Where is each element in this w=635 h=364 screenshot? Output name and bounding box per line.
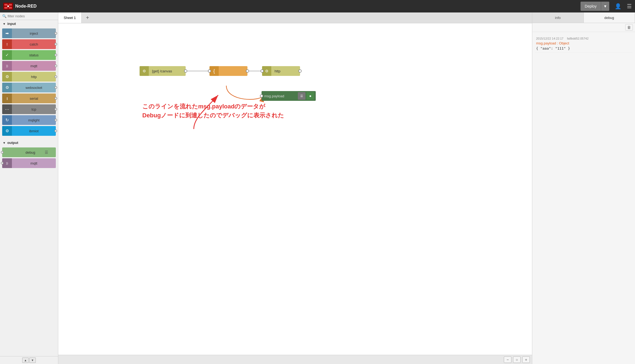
zoom-in-button[interactable]: + [522,356,530,363]
flow-node-http-out[interactable]: ⚙ http [262,66,300,76]
tcp-port-right [54,108,57,111]
tab-debug-label: debug [604,16,614,20]
http-out-label: http [271,69,284,73]
sidebar-item-catch[interactable]: ! catch [2,39,56,49]
sidebar-item-tcp[interactable]: ⋯ tcp [2,104,56,114]
flow-node-get-canvas[interactable]: ⚙ [get] /canvas [140,66,186,76]
tab-debug[interactable]: debug [584,12,635,23]
scroll-down-button[interactable]: ▼ [29,357,36,363]
node-red-logo-icon [3,3,13,10]
deploy-dropdown-arrow[interactable]: ▼ [601,2,609,11]
sheet1-label: Sheet 1 [64,16,76,20]
websocket-label: websocket [12,86,56,90]
debug-value: { "aaa": "111" } [536,46,631,50]
status-icon: ✓ [2,50,12,60]
status-port-right [54,54,57,56]
sidebar-item-status[interactable]: ✓ status [2,50,56,60]
annotation-line2: Debugノードに到達したのでデバッグに表示された [142,111,284,120]
debug-timestamp: 2015/12/22 14:22:17 [536,37,563,40]
output-section-header[interactable]: ▼ output [0,139,58,146]
mqtt-out-icon: )) [2,158,12,168]
mqlight-label: mqlight [12,118,56,122]
main-layout: 🔍 ▼ input ➡ inject ! catch ✓ sta [0,12,635,364]
sidebar-item-mqlight[interactable]: ↻ mqlight [2,115,56,125]
app-logo: Node-RED [3,3,37,10]
canvas-content[interactable]: ⚙ [get] /canvas { ⚙ http msg.pa [58,23,532,355]
debug-node-label: msg.payload [262,94,297,98]
svg-rect-3 [4,7,8,9]
sidebar-item-ibmiot[interactable]: ⚙ ibmiot [2,126,56,136]
function-port-left [208,69,211,73]
deploy-label: Deploy [581,2,601,11]
sidebar-item-http[interactable]: ⚙ http [2,72,56,82]
svg-rect-1 [4,4,8,6]
zoom-out-button[interactable]: − [504,356,511,363]
sidebar-item-mqtt-out[interactable]: )) mqtt [2,158,56,168]
zoom-in-icon: + [525,357,527,362]
right-panel-content: 2015/12/22 14:22:17 fa8bdd52.05742 msg.p… [532,32,635,364]
sidebar-item-mqtt[interactable]: )) mqtt [2,61,56,71]
svg-rect-2 [9,4,12,6]
sheet1-tab[interactable]: Sheet 1 [58,12,82,23]
debug-entry: 2015/12/22 14:22:17 fa8bdd52.05742 msg.p… [535,35,632,53]
debug-node-port-left [260,94,263,98]
canvas-area: Sheet 1 + [58,12,532,364]
sidebar-item-websocket[interactable]: ⚙ websocket [2,83,56,92]
annotation-text: このラインを流れたmsg.payloadのデータが Debugノードに到達したの… [142,102,284,120]
canvas-bottom-bar: − ○ + [58,355,532,364]
input-section-label: input [7,22,16,26]
svg-point-5 [7,5,9,7]
zoom-out-icon: − [507,357,509,362]
catch-icon: ! [2,39,12,49]
user-icon[interactable]: 👤 [615,3,621,9]
right-panel-tabs: info debug [532,12,635,23]
serial-label: serial [12,96,56,101]
sidebar-item-inject[interactable]: ➡ inject [2,28,56,38]
mqtt-in-port-right [54,65,57,67]
debug-clear-button[interactable]: 🗑 [625,24,633,31]
tcp-label: tcp [12,107,56,111]
filter-nodes-input[interactable] [8,14,56,18]
add-sheet-icon: + [86,15,89,21]
function-port-right [246,69,249,73]
zoom-reset-icon: ○ [516,357,518,362]
add-sheet-button[interactable]: + [83,13,92,23]
sidebar-scroll-controls: ▲ ▼ [0,356,58,364]
tab-info-label: info [555,16,561,20]
search-icon: 🔍 [2,14,7,18]
scroll-up-button[interactable]: ▲ [22,357,29,363]
websocket-icon: ⚙ [2,83,12,92]
output-chevron-icon: ▼ [3,141,6,144]
inject-label: inject [12,31,56,36]
ibmiot-label: ibmiot [12,129,56,133]
output-section-label: output [7,141,18,145]
http-in-icon: ⚙ [2,72,12,82]
navbar: Node-RED Deploy ▼ 👤 ☰ [0,0,635,12]
flow-node-function[interactable]: { [209,66,247,76]
menu-icon[interactable]: ☰ [627,3,632,9]
debug-toolbar: 🗑 [532,23,635,32]
tab-info[interactable]: info [532,12,584,23]
zoom-reset-button[interactable]: ○ [513,356,521,363]
tcp-icon: ⋯ [2,104,12,114]
app-title: Node-RED [15,4,37,9]
catch-port-right [54,43,57,46]
http-out-port-left [260,69,264,73]
sidebar: 🔍 ▼ input ➡ inject ! catch ✓ sta [0,12,58,364]
http-out-port-right [298,69,302,73]
canvas-tabs: Sheet 1 + [58,12,532,23]
sidebar-item-debug-out[interactable]: debug ☰ [2,147,56,157]
deploy-button[interactable]: Deploy ▼ [581,2,609,11]
input-section-header[interactable]: ▼ input [0,20,58,27]
ibmiot-icon: ⚙ [2,126,12,136]
serial-port-right [54,97,57,100]
debug-toggle-button[interactable]: ■ [307,92,314,100]
get-canvas-label: [get] /canvas [149,69,175,73]
sidebar-item-serial[interactable]: || serial [2,94,56,103]
flow-node-debug[interactable]: msg.payload ☰ ■ [262,91,316,101]
input-chevron-icon: ▼ [3,22,6,25]
get-canvas-icon: ⚙ [140,66,149,76]
debug-list-button[interactable]: ☰ [298,92,305,100]
debug-msg-id: fa8bdd52.05742 [567,37,589,40]
mqtt-out-port-left [1,162,4,165]
